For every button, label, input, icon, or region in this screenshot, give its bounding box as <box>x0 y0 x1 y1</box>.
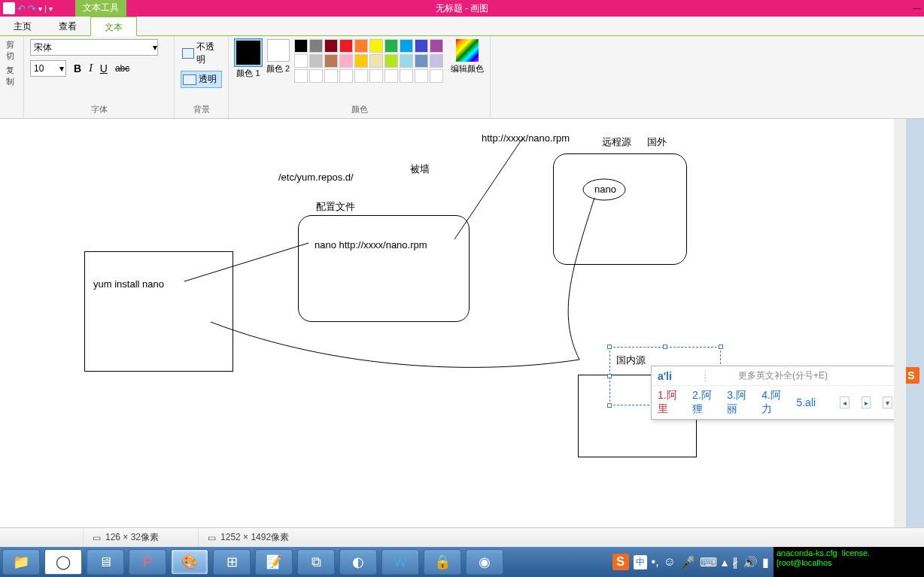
taskbar-desktop[interactable]: 🖥 <box>87 549 124 575</box>
redo-icon[interactable]: ↷ <box>28 3 36 14</box>
color-swatch[interactable] <box>294 69 308 83</box>
taskbar-security[interactable]: 🔒 <box>424 549 461 575</box>
cut-button[interactable]: 剪切 <box>6 39 17 62</box>
tab-view[interactable]: 查看 <box>45 17 90 35</box>
strikethrough-button[interactable]: abc <box>115 63 129 74</box>
color-swatch[interactable] <box>415 39 428 53</box>
tray-mic-icon[interactable]: 🎤 <box>680 555 695 569</box>
ribbon-tabs: 主页 查看 文本 <box>0 17 924 36</box>
taskbar-chrome[interactable]: ◯ <box>44 549 82 575</box>
color-swatch[interactable] <box>384 54 398 68</box>
ime-next-icon[interactable]: ▸ <box>862 396 871 408</box>
color-swatch[interactable] <box>384 69 398 83</box>
font-family-select[interactable]: 宋体 ▾ <box>30 39 158 56</box>
color-swatch[interactable] <box>430 69 443 83</box>
app-icon <box>3 2 15 14</box>
color1-swatch <box>235 39 262 66</box>
color-swatch[interactable] <box>339 39 353 53</box>
terminal-preview[interactable]: anaconda-ks.cfg license. [root@localhos <box>774 547 924 577</box>
color-swatch[interactable] <box>354 69 368 83</box>
tab-home[interactable]: 主页 <box>0 17 45 35</box>
taskbar-wps[interactable]: P <box>129 549 166 575</box>
tray-up-icon[interactable]: ▴ <box>722 555 728 569</box>
taskbar-notepad[interactable]: 📝 <box>255 549 293 575</box>
color-swatch[interactable] <box>324 54 338 68</box>
opaque-icon <box>182 48 194 59</box>
label-config-text: nano http://xxxx/nano.rpm <box>315 239 427 251</box>
label-yum-text: yum install nano <box>93 278 164 290</box>
bold-button[interactable]: B <box>74 62 81 74</box>
color-swatch[interactable] <box>354 54 368 68</box>
color-swatch[interactable] <box>369 39 383 53</box>
color-swatch[interactable] <box>369 54 383 68</box>
system-tray: S 中 •, ☺ 🎤 ⌨ ▴ ∦ 🔊 ▮ <box>612 547 774 577</box>
italic-button[interactable]: I <box>89 62 93 74</box>
taskbar-app1[interactable]: ⊞ <box>213 549 251 575</box>
size-icon: ▭ <box>208 533 216 543</box>
qat-dropdown-icon[interactable]: ▾ <box>38 5 42 13</box>
taskbar-edge[interactable]: ◐ <box>339 549 377 575</box>
ime-candidate-3[interactable]: 3.阿丽 <box>727 389 749 416</box>
box-config <box>298 215 470 322</box>
color-palette <box>294 39 443 83</box>
minimize-button[interactable]: — <box>913 4 921 13</box>
color-swatch[interactable] <box>354 39 368 53</box>
color-swatch[interactable] <box>430 39 443 53</box>
color-swatch[interactable] <box>430 54 443 68</box>
tray-punct-icon[interactable]: •, <box>652 555 659 569</box>
group-background: 不透明 透明 背景 <box>175 36 229 118</box>
tab-text[interactable]: 文本 <box>90 17 137 36</box>
ime-candidate-5[interactable]: 5.ali <box>796 396 816 408</box>
group-font: 宋体 ▾ 10 ▾ B I U abc 字体 <box>24 36 175 118</box>
color-swatch[interactable] <box>309 54 323 68</box>
qat-dropdown2-icon[interactable]: ▾ <box>49 5 53 13</box>
taskbar-app2[interactable]: ◉ <box>466 549 503 575</box>
color-swatch[interactable] <box>400 54 413 68</box>
color-swatch[interactable] <box>294 39 308 53</box>
ime-prev-icon[interactable]: ◂ <box>840 396 850 408</box>
tray-volume-icon[interactable]: 🔊 <box>743 555 758 569</box>
taskbar-paint[interactable]: 🎨 <box>171 549 208 575</box>
color-swatch[interactable] <box>324 69 338 83</box>
sogou-tray-icon[interactable]: S <box>612 554 629 570</box>
color-swatch[interactable] <box>415 54 428 68</box>
color-swatch[interactable] <box>339 69 353 83</box>
color1-button[interactable]: 颜色 1 <box>235 39 262 79</box>
font-size-select[interactable]: 10 ▾ <box>30 60 66 77</box>
canvas-area[interactable]: http://xxxx/nano.rpm 远程源 国外 被墙 /etc/yum.… <box>0 119 894 536</box>
transparent-icon <box>183 74 196 85</box>
group-label-background: 背景 <box>181 104 222 115</box>
taskbar-word[interactable]: W <box>381 549 419 575</box>
tray-smile-icon[interactable]: ☺ <box>664 555 676 569</box>
color-swatch[interactable] <box>324 39 338 53</box>
selection-icon: ▭ <box>93 533 101 543</box>
ime-candidate-1[interactable]: 1.阿里 <box>658 389 680 416</box>
taskbar-vmware[interactable]: ⧉ <box>297 549 335 575</box>
underline-button[interactable]: U <box>100 62 108 74</box>
tray-keyboard-icon[interactable]: ⌨ <box>700 555 717 569</box>
ime-menu-icon[interactable]: ▾ <box>883 396 892 408</box>
opaque-button[interactable]: 不透明 <box>181 39 222 68</box>
scrollbar-vertical[interactable] <box>894 119 906 536</box>
color-swatch[interactable] <box>309 39 323 53</box>
ime-lang-icon[interactable]: 中 <box>634 555 647 569</box>
tray-bluetooth-icon[interactable]: ∦ <box>732 555 738 569</box>
color-swatch[interactable] <box>415 69 428 83</box>
color-swatch[interactable] <box>309 69 323 83</box>
ime-hint: 更多英文补全(分号+E) <box>738 369 828 382</box>
undo-icon[interactable]: ↶ <box>17 3 26 14</box>
ime-candidate-4[interactable]: 4.阿力 <box>761 389 784 416</box>
taskbar-explorer[interactable]: 📁 <box>2 549 40 575</box>
color-swatch[interactable] <box>369 69 383 83</box>
ime-candidate-2[interactable]: 2.阿狸 <box>692 389 715 416</box>
edit-colors-button[interactable]: 编辑颜色 <box>451 39 484 74</box>
color-swatch[interactable] <box>400 69 413 83</box>
transparent-button[interactable]: 透明 <box>181 71 222 88</box>
tray-battery-icon[interactable]: ▮ <box>762 555 769 569</box>
color-swatch[interactable] <box>294 54 308 68</box>
color-swatch[interactable] <box>400 39 413 53</box>
color-swatch[interactable] <box>339 54 353 68</box>
color-swatch[interactable] <box>384 39 398 53</box>
color2-button[interactable]: 颜色 2 <box>266 39 290 74</box>
copy-button[interactable]: 复制 <box>6 65 17 87</box>
